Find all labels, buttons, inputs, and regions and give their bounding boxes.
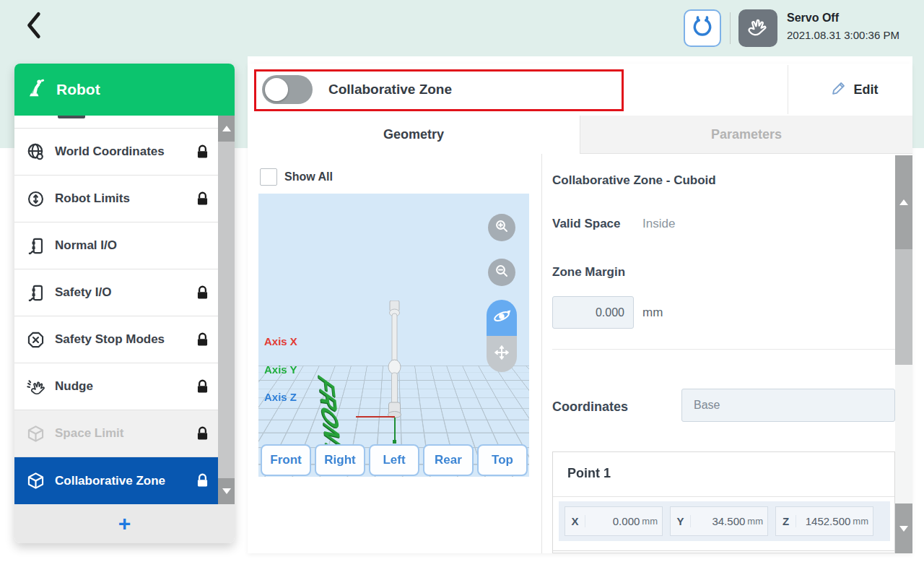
sidebar-item-label: Safety Stop Modes bbox=[55, 332, 165, 347]
scroll-down-button[interactable] bbox=[218, 478, 235, 504]
io-icon bbox=[25, 235, 45, 256]
triangle-down-icon bbox=[899, 526, 908, 532]
axis-z-field-value: 1452.500 bbox=[796, 515, 850, 527]
point-1-z-field[interactable]: Z 1452.500 mm bbox=[775, 506, 873, 536]
servo-status-text: Servo Off bbox=[787, 12, 839, 25]
lock-icon bbox=[195, 144, 210, 160]
lock-icon bbox=[195, 379, 210, 394]
sidebar-item-safety-io[interactable]: Safety I/O bbox=[14, 269, 235, 316]
scroll-up-button[interactable] bbox=[218, 116, 235, 142]
sidebar-item-robot-limits[interactable]: Robot Limits bbox=[14, 176, 235, 222]
main-panel: Collaborative Zone Edit Geometry Paramet… bbox=[248, 64, 912, 553]
coordinates-select[interactable]: Base bbox=[681, 389, 895, 422]
section-divider bbox=[552, 349, 895, 350]
collaborative-zone-toggle[interactable] bbox=[262, 75, 313, 104]
move-arrows-icon bbox=[492, 343, 511, 365]
axis-y-field-label: Y bbox=[671, 515, 691, 527]
sidebar-header-robot: Robot bbox=[14, 64, 235, 116]
edit-button[interactable]: Edit bbox=[796, 64, 912, 116]
point-1-row: X 0.000 mm Y 34.500 mm Z 1452.500 mm bbox=[559, 501, 890, 541]
point-1-section: Point 1 X 0.000 mm Y 34.500 mm Z 1452.50… bbox=[552, 451, 895, 553]
collaborative-zone-toggle-label: Collaborative Zone bbox=[328, 82, 452, 98]
panel-scroll-down-button[interactable] bbox=[895, 503, 912, 553]
zoom-out-button[interactable] bbox=[488, 259, 515, 286]
orbit-icon bbox=[492, 306, 512, 329]
axis-z-line bbox=[394, 418, 396, 441]
panel-scrollbar-track[interactable] bbox=[895, 365, 912, 503]
partial-icon-stub bbox=[58, 116, 85, 118]
view-top-button[interactable]: Top bbox=[477, 444, 528, 476]
triangle-down-icon bbox=[222, 488, 231, 494]
show-all-label: Show All bbox=[284, 170, 333, 183]
zone-type-title: Collaborative Zone - Cuboid bbox=[552, 173, 716, 188]
magnifier-plus-icon bbox=[493, 217, 510, 238]
app-screen: Servo Off 2021.08.31 3:00:36 PM Robot bbox=[0, 0, 924, 562]
cube-icon bbox=[25, 471, 45, 491]
sidebar-item-nudge[interactable]: Nudge bbox=[14, 363, 235, 410]
view-control-pill bbox=[487, 300, 517, 372]
show-all-checkbox[interactable] bbox=[260, 168, 277, 186]
sidebar-item-normal-io[interactable]: Normal I/O bbox=[14, 222, 235, 269]
3d-viewport[interactable]: Axis X Axis Y Axis Z FRONT bbox=[258, 194, 529, 477]
point-1-y-field[interactable]: Y 34.500 mm bbox=[670, 506, 768, 536]
lock-icon bbox=[195, 473, 210, 488]
sidebar-item-partial[interactable] bbox=[14, 116, 218, 129]
column-divider bbox=[541, 154, 542, 553]
lock-icon bbox=[195, 191, 210, 207]
pan-view-button[interactable] bbox=[487, 336, 517, 372]
view-left-button[interactable]: Left bbox=[369, 444, 419, 476]
sidebar-item-safety-stop-modes[interactable]: Safety Stop Modes bbox=[14, 316, 235, 363]
zone-margin-unit: mm bbox=[642, 306, 663, 320]
axis-z-label: Axis Z bbox=[264, 391, 297, 403]
axis-z-field-label: Z bbox=[776, 515, 796, 527]
tab-parameters[interactable]: Parameters bbox=[580, 116, 912, 154]
panel-scrollbar-thumb[interactable] bbox=[895, 249, 912, 365]
view-right-button[interactable]: Right bbox=[315, 444, 365, 476]
sidebar-item-label: Normal I/O bbox=[55, 238, 117, 253]
back-button[interactable] bbox=[19, 10, 52, 43]
axis-z-field-unit: mm bbox=[853, 516, 868, 527]
point-1-divider bbox=[553, 496, 894, 497]
tab-label: Parameters bbox=[711, 127, 782, 142]
zone-margin-label: Zone Margin bbox=[552, 265, 625, 280]
sidebar-scrollbar[interactable] bbox=[218, 116, 235, 504]
sidebar-item-label: Space Limit bbox=[55, 426, 123, 441]
pencil-icon bbox=[831, 79, 847, 100]
cube-icon bbox=[25, 423, 45, 444]
point-1-x-field[interactable]: X 0.000 mm bbox=[565, 506, 663, 536]
hand-icon bbox=[746, 16, 770, 40]
nudge-hand-icon bbox=[25, 376, 45, 397]
lock-icon bbox=[195, 426, 210, 441]
zoom-in-button[interactable] bbox=[488, 214, 515, 241]
zone-margin-input[interactable] bbox=[552, 296, 634, 329]
header-divider bbox=[730, 12, 731, 44]
sidebar-item-label: Collaborative Zone bbox=[55, 474, 165, 488]
chevron-left-icon bbox=[23, 11, 48, 43]
robot-arm-icon bbox=[26, 77, 48, 102]
coordinates-label: Coordinates bbox=[552, 399, 628, 415]
tab-geometry[interactable]: Geometry bbox=[248, 116, 580, 154]
lock-icon bbox=[195, 285, 210, 301]
add-zone-button[interactable]: + bbox=[14, 504, 235, 543]
sidebar-item-world-coordinates[interactable]: World Coordinates bbox=[14, 129, 235, 176]
toolbar-divider bbox=[788, 65, 788, 114]
sidebar-item-label: Safety I/O bbox=[55, 285, 111, 300]
valid-space-label: Valid Space bbox=[552, 217, 621, 231]
world-coordinates-icon bbox=[25, 142, 45, 162]
timestamp-text: 2021.08.31 3:00:36 PM bbox=[787, 29, 899, 41]
axis-y-field-value: 34.500 bbox=[691, 515, 745, 527]
view-button-label: Left bbox=[383, 453, 405, 467]
gripper-tool-button[interactable] bbox=[684, 9, 721, 47]
rotate-view-button[interactable] bbox=[487, 300, 517, 336]
tab-label: Geometry bbox=[383, 127, 444, 142]
io-icon bbox=[25, 282, 45, 303]
manual-mode-status-button[interactable] bbox=[738, 9, 777, 47]
sidebar-item-collaborative-zone[interactable]: Collaborative Zone bbox=[14, 457, 235, 504]
sidebar-item-space-limit[interactable]: Space Limit bbox=[14, 410, 235, 457]
view-front-button[interactable]: Front bbox=[261, 444, 311, 476]
view-rear-button[interactable]: Rear bbox=[423, 444, 474, 476]
axis-x-label: Axis X bbox=[264, 335, 297, 347]
magnifier-minus-icon bbox=[493, 262, 510, 282]
view-button-label: Front bbox=[270, 453, 301, 467]
panel-scroll-up-button[interactable] bbox=[895, 155, 912, 249]
